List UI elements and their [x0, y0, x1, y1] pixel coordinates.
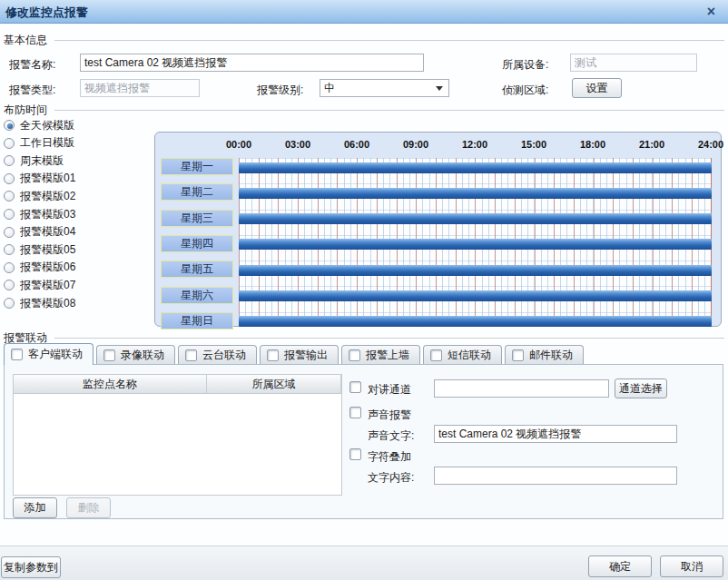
schedule-template-label: 报警模版06 [20, 260, 75, 275]
add-button[interactable]: 添加 [13, 497, 57, 518]
monitor-table-header: 监控点名称所属区域 [14, 375, 341, 394]
close-icon[interactable]: × [707, 3, 715, 21]
schedule-template-label: 报警模版03 [20, 207, 75, 222]
schedule-template-option[interactable]: 报警模版01 [4, 172, 75, 186]
tab-label: 邮件联动 [529, 348, 573, 363]
schedule-template-label: 工作日模版 [20, 135, 74, 151]
schedule-template-option[interactable]: 报警模版05 [4, 242, 75, 257]
chevron-down-icon [436, 86, 443, 91]
radio-button-icon[interactable] [4, 298, 15, 309]
tab-checkbox[interactable] [349, 349, 360, 361]
schedule-template-option[interactable]: 报警模版06 [4, 261, 75, 275]
delete-button[interactable]: 删除 [66, 497, 111, 518]
intercom-checkbox[interactable] [349, 381, 361, 393]
linkage-tab-2[interactable]: 录像联动 [96, 345, 175, 365]
schedule-template-option[interactable]: 报警模版02 [4, 189, 75, 203]
schedule-template-label: 报警模版02 [20, 189, 75, 204]
time-tick-label: 09:00 [403, 139, 428, 150]
ok-button[interactable]: 确定 [588, 555, 652, 577]
basic-info-section-header: 基本信息 [4, 33, 724, 48]
time-tick-label: 06:00 [344, 139, 369, 150]
sound-text-input[interactable] [434, 425, 677, 443]
time-tick-label: 21:00 [639, 139, 664, 150]
overlay-label: 字符叠加 [368, 449, 411, 465]
schedule-template-label: 报警模版04 [20, 224, 75, 240]
overlay-text-label: 文字内容: [368, 470, 414, 486]
radio-button-icon[interactable] [4, 244, 15, 255]
time-tick-label: 12:00 [462, 139, 487, 150]
armed-period-bar[interactable] [239, 239, 712, 250]
radio-button-icon[interactable] [4, 191, 15, 202]
armed-period-bar[interactable] [239, 290, 712, 301]
day-label-cell: 星期二 [161, 183, 233, 201]
sound-alarm-checkbox[interactable] [349, 407, 361, 418]
radio-button-icon[interactable] [4, 227, 15, 238]
schedule-template-label: 报警模版07 [20, 278, 75, 293]
day-label-cell: 星期四 [161, 235, 233, 252]
schedule-template-option[interactable]: 报警模版03 [4, 207, 75, 221]
schedule-template-option[interactable]: 全天候模版 [4, 118, 74, 133]
intercom-label: 对讲通道 [368, 382, 411, 398]
time-tick-label: 15:00 [521, 139, 546, 150]
radio-button-icon[interactable] [4, 280, 15, 290]
schedule-title: 布防时间 [4, 103, 47, 118]
radio-button-icon[interactable] [4, 209, 15, 220]
footer-bar: 复制参数到 确定 取消 [0, 546, 728, 580]
tab-checkbox[interactable] [103, 349, 115, 361]
schedule-template-option[interactable]: 工作日模版 [4, 136, 74, 151]
schedule-template-option[interactable]: 报警模版04 [4, 225, 75, 240]
detect-area-set-button[interactable]: 设置 [572, 78, 622, 98]
cancel-button[interactable]: 取消 [660, 555, 723, 577]
linkage-tab-bar: 客户端联动录像联动云台联动报警输出报警上墙短信联动邮件联动 [4, 344, 586, 365]
radio-button-icon[interactable] [4, 155, 15, 166]
schedule-template-option[interactable]: 周末模版 [4, 153, 64, 168]
radio-button-icon[interactable] [4, 138, 15, 149]
channel-select-button[interactable]: 通道选择 [615, 378, 667, 398]
tab-label: 客户端联动 [28, 347, 83, 362]
tab-checkbox[interactable] [430, 349, 442, 361]
schedule-section-header: 布防时间 [4, 103, 724, 118]
linkage-tab-5[interactable]: 报警上墙 [341, 345, 420, 365]
monitor-table[interactable]: 监控点名称所属区域 [13, 374, 342, 496]
overlay-text-input[interactable] [434, 467, 677, 485]
day-label-cell: 星期一 [161, 158, 233, 175]
tab-label: 云台联动 [202, 348, 246, 363]
copy-params-button[interactable]: 复制参数到 [1, 556, 61, 578]
tab-checkbox[interactable] [512, 349, 524, 361]
modify-alarm-dialog: 修改监控点报警 × 基本信息 报警名称: 所属设备: 报警类型: 报警级别: 中… [0, 0, 728, 580]
radio-button-icon[interactable] [4, 262, 15, 273]
armed-period-bar[interactable] [239, 188, 712, 199]
linkage-tab-6[interactable]: 短信联动 [423, 345, 502, 365]
radio-button-icon[interactable] [4, 173, 15, 184]
tab-checkbox[interactable] [11, 349, 23, 360]
schedule-template-label: 报警模版08 [20, 296, 75, 311]
linkage-tab-3[interactable]: 云台联动 [178, 345, 257, 365]
schedule-template-option[interactable]: 报警模版07 [4, 278, 75, 292]
alarm-type-label: 报警类型: [9, 83, 55, 98]
schedule-template-label: 报警模版05 [20, 242, 75, 258]
linkage-tab-7[interactable]: 邮件联动 [505, 345, 584, 365]
tab-checkbox[interactable] [185, 349, 197, 361]
schedule-template-option[interactable]: 报警模版08 [4, 296, 75, 310]
day-label-cell: 星期六 [161, 287, 233, 304]
sound-text-label: 声音文字: [368, 428, 414, 444]
armed-period-bar[interactable] [239, 213, 712, 224]
detect-area-label: 侦测区域: [502, 83, 548, 98]
time-tick-label: 03:00 [285, 139, 310, 150]
schedule-template-label: 报警模版01 [20, 171, 75, 186]
alarm-level-select[interactable]: 中 [320, 79, 449, 97]
time-tick-label: 24:00 [698, 139, 723, 150]
linkage-tab-1[interactable]: 客户端联动 [4, 343, 93, 365]
armed-period-bar[interactable] [239, 265, 712, 276]
radio-button-icon[interactable] [4, 120, 15, 131]
armed-period-bar[interactable] [239, 316, 712, 327]
tab-checkbox[interactable] [267, 349, 279, 361]
table-column-header: 所属区域 [207, 375, 341, 393]
overlay-checkbox[interactable] [349, 448, 361, 460]
client-linkage-tab-content: 监控点名称所属区域 添加 删除 对讲通道 通道选择 声音报警 声音文字: 字符叠… [4, 364, 723, 519]
armed-period-bar[interactable] [239, 162, 712, 173]
linkage-tab-4[interactable]: 报警输出 [260, 345, 339, 365]
intercom-input[interactable] [434, 379, 609, 398]
basic-info-title: 基本信息 [4, 33, 47, 48]
alarm-name-input[interactable] [80, 54, 424, 72]
